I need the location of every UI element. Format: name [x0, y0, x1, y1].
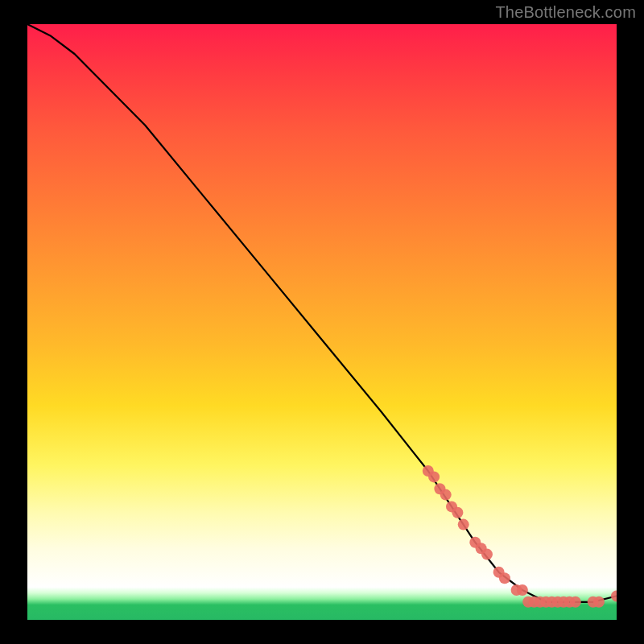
scatter-point [499, 572, 510, 584]
scatter-markers [423, 465, 617, 608]
plot-area [27, 24, 617, 620]
chart-frame: TheBottleneck.com [0, 0, 644, 644]
scatter-point [458, 519, 469, 530]
curve-line [27, 24, 617, 602]
scatter-point [452, 507, 463, 518]
scatter-point [440, 489, 452, 501]
scatter-point [593, 597, 605, 608]
scatter-point [611, 590, 617, 601]
scatter-point [570, 597, 581, 608]
scatter-point [517, 584, 528, 596]
scatter-point [481, 549, 493, 560]
scatter-point [428, 471, 440, 482]
attribution-label: TheBottleneck.com [495, 3, 636, 22]
chart-svg-layer [27, 24, 617, 620]
